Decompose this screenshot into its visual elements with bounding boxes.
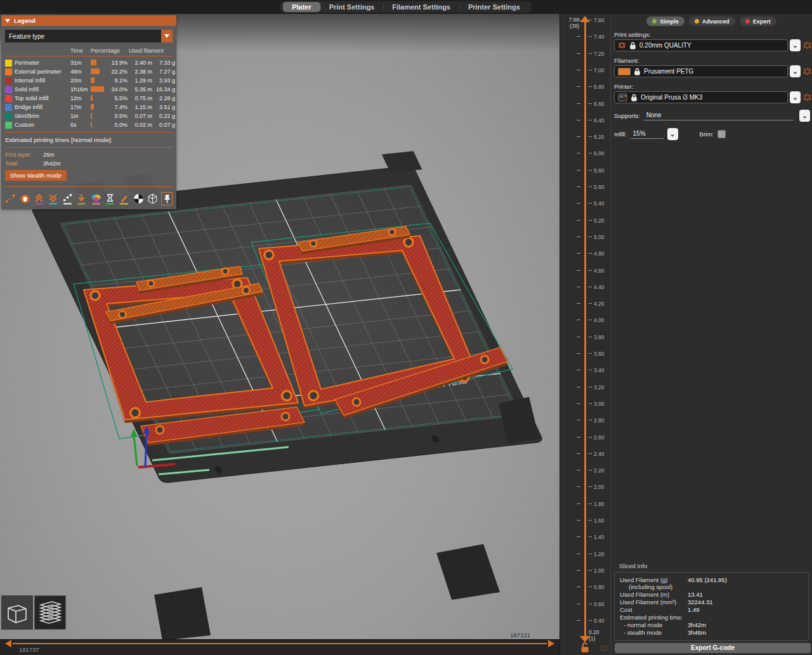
layer-slider-top-handle[interactable] <box>580 16 590 22</box>
printer-gear-icon[interactable] <box>802 93 812 102</box>
infill-label: Infill: <box>614 131 627 138</box>
view-3d-button[interactable] <box>1 595 33 630</box>
view-type-value: Feature type <box>5 33 161 40</box>
infill-select[interactable]: 15% <box>631 129 664 139</box>
retractions-icon[interactable] <box>19 192 30 205</box>
divider <box>5 147 173 148</box>
feature-length: 0.07 m <box>129 113 152 119</box>
view-layers-button[interactable] <box>34 595 66 630</box>
feature-percent: 5.5% <box>108 95 128 101</box>
legend-row-skirt-brim: Skirt/Brim1m0.5%0.07 m0.22 g <box>5 112 173 120</box>
right-sidebar: SimpleAdvancedExpert Print settings: 0.2… <box>610 14 812 655</box>
tab-plater[interactable]: Plater <box>283 2 320 12</box>
feature-time: 20m <box>70 77 89 84</box>
move-slider-right-value: 187121 <box>510 632 530 639</box>
first-layer-value: 26m <box>43 152 55 158</box>
feature-name: Top solid infill <box>15 95 69 101</box>
legend-pin-icon[interactable] <box>161 192 173 205</box>
collapse-arrow-icon <box>5 19 10 23</box>
color-changes-icon[interactable] <box>90 192 101 205</box>
infill-dropdown-button[interactable]: ⌄ <box>667 128 678 140</box>
tab-print-settings[interactable]: Print Settings <box>320 2 384 12</box>
feature-weight: 7.33 g <box>154 60 175 66</box>
export-gcode-button[interactable]: Export G-code <box>615 643 811 653</box>
col-used-filament: Used filament <box>129 48 175 54</box>
legend-row-custom: Custom6s0.0%0.02 m0.07 g <box>5 120 173 129</box>
supports-select[interactable]: None <box>644 111 794 120</box>
seams-icon[interactable] <box>62 192 73 205</box>
feature-color-swatch <box>5 60 12 67</box>
filament-dropdown-button[interactable]: ⌄ <box>790 65 801 77</box>
mode-expert-button[interactable]: Expert <box>740 16 776 26</box>
filament-combo[interactable]: Prusament PETG <box>614 65 788 77</box>
mode-advanced-button[interactable]: Advanced <box>689 16 735 26</box>
mode-simple-button[interactable]: Simple <box>646 16 684 26</box>
feature-weight: 3.93 g <box>154 77 175 84</box>
percentage-bar <box>91 122 92 127</box>
sliced-info-label: - normal mode <box>620 621 688 628</box>
center-of-mass-icon[interactable] <box>133 192 144 205</box>
print-settings-combo[interactable]: 0.20mm QUALITY <box>614 39 788 51</box>
cube-icon[interactable] <box>147 192 158 205</box>
legend-row-external-perimeter: External perimeter49m22.2%2.38 m7.27 g <box>5 67 173 76</box>
tab-filament-settings[interactable]: Filament Settings <box>383 2 459 12</box>
supports-row: Supports: None ⌄ <box>611 110 812 122</box>
brim-checkbox[interactable] <box>717 130 726 138</box>
feature-name: Internal infill <box>15 77 69 84</box>
feature-weight: 0.07 g <box>154 122 175 128</box>
printer-dropdown-button[interactable]: ⌄ <box>790 91 801 103</box>
feature-color-swatch <box>5 86 12 93</box>
percentage-bar <box>91 95 93 101</box>
view-type-select[interactable]: Feature type <box>5 30 173 42</box>
feature-name: External perimeter <box>15 68 69 75</box>
printer-label: Printer: <box>611 82 812 91</box>
custom-gcode-icon[interactable] <box>119 192 129 205</box>
feature-time: 17m <box>70 104 89 110</box>
pause-prints-icon[interactable] <box>105 192 115 205</box>
tab-printer-settings[interactable]: Printer Settings <box>459 2 529 12</box>
layer-slider-track[interactable] <box>584 22 586 638</box>
show-stealth-mode-button[interactable]: Show stealth mode <box>5 170 67 181</box>
tool-marker-icon[interactable] <box>76 192 87 205</box>
total-value: 3h42m <box>43 160 61 167</box>
bed-foot <box>436 544 500 600</box>
print-settings-gear-icon[interactable] <box>802 41 812 50</box>
legend-title-bar[interactable]: Legend <box>1 15 176 26</box>
feature-time: 6s <box>70 122 89 128</box>
feature-percent: 0.0% <box>108 122 128 128</box>
feature-weight: 7.27 g <box>154 68 175 75</box>
view-type-dropdown-button[interactable] <box>161 30 173 42</box>
filament-row: Prusament PETG ⌄ <box>611 65 812 77</box>
percentage-bar <box>91 68 100 74</box>
divider <box>5 186 173 187</box>
printer-combo[interactable]: Original Prusa i3 MK3 <box>614 91 788 103</box>
sliced-info-value: 3h42m <box>688 621 706 628</box>
percentage-bar <box>91 104 94 110</box>
move-slider-left-value: 181737 <box>19 646 39 653</box>
unlock-icon[interactable] <box>580 642 590 653</box>
total-label: Total: <box>5 160 43 167</box>
shells-icon[interactable] <box>34 192 44 205</box>
print-settings-dropdown-button[interactable]: ⌄ <box>790 39 801 51</box>
supports-label: Supports: <box>614 112 640 119</box>
percentage-bar <box>91 60 96 65</box>
feature-color-swatch <box>5 122 12 129</box>
feature-percent: 7.4% <box>108 104 128 110</box>
sliced-info-label: Used Filament (m) <box>620 591 688 598</box>
move-slider-right-handle[interactable] <box>548 640 554 647</box>
percentage-bar <box>91 86 104 92</box>
supports-dropdown-button[interactable]: ⌄ <box>799 110 810 122</box>
feature-length: 1.29 m <box>129 77 152 84</box>
move-slider-left-handle[interactable] <box>5 640 11 647</box>
feature-length: 0.75 m <box>129 95 152 101</box>
filament-gear-icon[interactable] <box>802 67 812 76</box>
print-settings-row: 0.20mm QUALITY ⌄ <box>611 39 812 51</box>
travels-icon[interactable] <box>5 192 16 205</box>
sliced-info-section: Sliced Info Used Filament (g)(including … <box>614 562 809 641</box>
viewport-3d[interactable]: OR by Josef Prusa <box>0 14 560 655</box>
move-slider-track[interactable] <box>13 643 547 644</box>
deretractions-icon[interactable] <box>48 192 58 205</box>
gcode-move-slider[interactable]: 181737 187121 <box>0 639 560 655</box>
slider-gear-icon[interactable] <box>599 644 609 653</box>
mode-dot-icon <box>745 19 750 23</box>
